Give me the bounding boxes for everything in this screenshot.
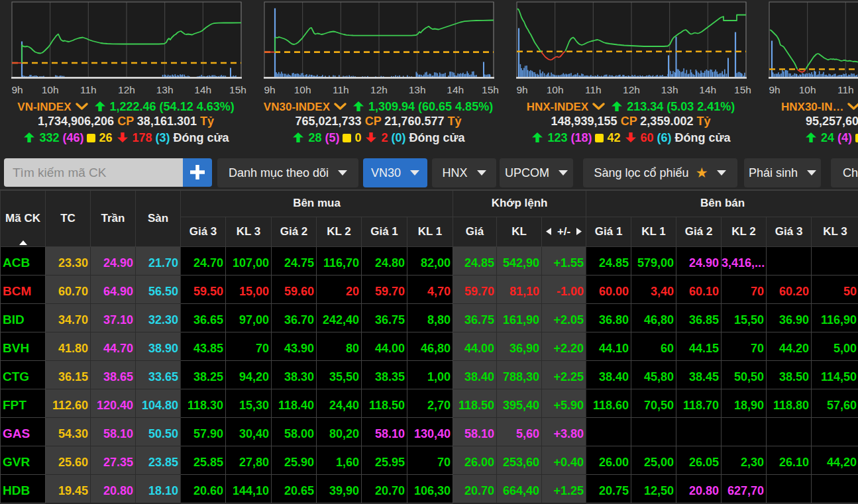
- svg-text:13h: 13h: [409, 84, 426, 95]
- svg-text:10h: 10h: [799, 84, 816, 95]
- svg-text:12h: 12h: [623, 84, 640, 95]
- svg-text:13h: 13h: [156, 84, 174, 95]
- svg-text:9h: 9h: [11, 84, 23, 95]
- svg-text:9h: 9h: [769, 84, 780, 95]
- svg-text:10h: 10h: [547, 84, 564, 95]
- svg-text:12h: 12h: [370, 84, 388, 95]
- svg-text:12h: 12h: [118, 84, 135, 95]
- svg-text:14h: 14h: [447, 84, 464, 95]
- svg-text:11h: 11h: [333, 84, 349, 95]
- svg-text:15h: 15h: [734, 84, 751, 95]
- svg-text:15h: 15h: [229, 84, 246, 95]
- svg-text:10h: 10h: [42, 84, 59, 95]
- svg-text:9h: 9h: [516, 84, 527, 95]
- svg-text:15h: 15h: [482, 84, 499, 95]
- svg-text:13h: 13h: [661, 84, 678, 95]
- svg-text:14h: 14h: [699, 84, 716, 95]
- svg-text:14h: 14h: [194, 84, 211, 95]
- svg-text:9h: 9h: [264, 84, 275, 95]
- svg-text:10h: 10h: [294, 84, 311, 95]
- svg-text:11h: 11h: [837, 84, 854, 95]
- svg-text:11h: 11h: [80, 84, 97, 95]
- svg-text:11h: 11h: [585, 84, 602, 95]
